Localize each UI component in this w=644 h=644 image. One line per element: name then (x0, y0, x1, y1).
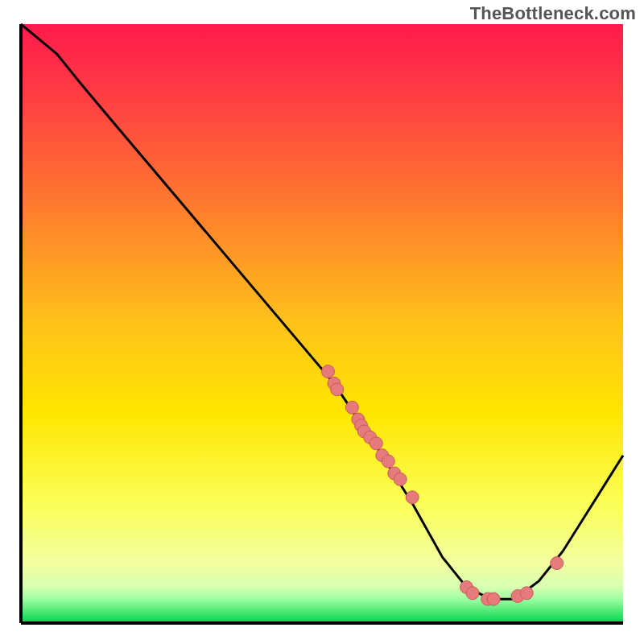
data-point-marker (487, 592, 500, 605)
data-point-marker (520, 587, 533, 600)
plot-area (21, 24, 623, 623)
data-point-marker (394, 473, 407, 485)
data-point-marker (551, 557, 564, 570)
watermark-text: TheBottleneck.com (470, 3, 636, 24)
chart-svg (0, 0, 644, 644)
data-point-marker (345, 401, 358, 414)
data-point-marker (331, 383, 344, 396)
data-point-marker (382, 455, 394, 468)
gradient-background (21, 24, 623, 623)
data-point-marker (369, 437, 382, 450)
data-point-marker (466, 587, 479, 600)
chart-container: TheBottleneck.com (0, 0, 644, 644)
data-point-marker (322, 365, 335, 378)
data-point-marker (406, 491, 419, 504)
